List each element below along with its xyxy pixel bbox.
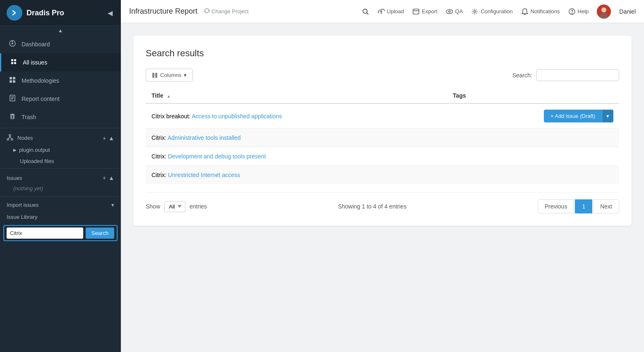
user-avatar[interactable] [597, 5, 611, 19]
add-issue-dropdown-btn[interactable]: ▾ [602, 110, 613, 122]
row-title-cell: Citrix breakout: Access to unpublished a… [146, 103, 447, 129]
sidebar-search-input[interactable] [7, 227, 83, 239]
sidebar: Dradis Pro ◀ ▲ Dashboard All issues Meth… [0, 0, 121, 352]
svg-point-2 [12, 43, 13, 44]
table-row: Citrix: Unrestricted Internet access [146, 166, 619, 184]
svg-point-16 [7, 139, 9, 140]
svg-point-15 [9, 134, 11, 136]
issue-link[interactable]: Administrative tools installed [168, 134, 241, 141]
svg-line-21 [367, 13, 368, 14]
entries-select[interactable]: All 10 25 50 [164, 201, 185, 212]
issue-link[interactable]: Unrestricted Internet access [168, 172, 240, 178]
all-issues-label: All issues [23, 59, 47, 66]
row-title-cell: Citrix: Unrestricted Internet access [146, 166, 447, 184]
sidebar-item-report-content[interactable]: Report content [0, 90, 121, 108]
content-area: Search results Columns ▾ Search: Title [121, 23, 644, 352]
show-label: Show [146, 203, 160, 210]
import-issues-header[interactable]: Import issues ▾ [0, 199, 121, 211]
plugin-output-label: plugin.output [19, 147, 50, 153]
issues-nothing-yet: (nothing yet) [0, 184, 121, 195]
columns-btn-label: Columns [160, 72, 181, 78]
dashboard-icon [8, 40, 17, 48]
configuration-label: Configuration [481, 8, 512, 14]
nodes-toggle-btn[interactable]: ▲ [108, 135, 114, 141]
sidebar-logo: Dradis Pro [7, 5, 64, 21]
topbar-qa-btn[interactable]: QA [446, 8, 463, 15]
issue-library[interactable]: Issue Library [0, 211, 121, 223]
col-title-header[interactable]: Title ▲ [146, 88, 447, 103]
sidebar-collapse-btn[interactable]: ◀ [106, 7, 114, 19]
search-results-title: Search results [146, 48, 619, 59]
columns-dropdown-icon: ▾ [184, 72, 187, 78]
nodes-add-btn[interactable]: + [103, 135, 106, 141]
sidebar-item-all-issues[interactable]: All issues [0, 53, 121, 72]
methodologies-icon [8, 77, 17, 85]
current-page-btn[interactable]: 1 [575, 199, 592, 213]
sidebar-item-trash[interactable]: Trash [0, 108, 121, 126]
topbar-notifications-btn[interactable]: Notifications [521, 8, 560, 15]
sidebar-item-plugin-output[interactable]: ▶ plugin.output [0, 144, 121, 156]
sidebar-item-dashboard[interactable]: Dashboard [0, 35, 121, 53]
issues-toggle-btn[interactable]: ▲ [108, 175, 114, 181]
results-table: Title ▲ Tags Citrix breakout: Access to … [146, 88, 619, 184]
svg-line-18 [9, 136, 10, 139]
svg-rect-6 [10, 80, 12, 83]
methodologies-label: Methodologies [22, 77, 59, 84]
col-tags-header[interactable]: Tags [447, 88, 619, 103]
uploaded-files-label: Uploaded files [20, 158, 54, 164]
topbar-actions: Upload Export QA Configuration Notificat… [362, 5, 636, 19]
issues-add-btn[interactable]: + [103, 175, 106, 181]
svg-point-32 [600, 13, 608, 19]
report-content-icon [8, 95, 17, 103]
issues-section-label: Issues [7, 175, 22, 181]
change-project-icon [204, 8, 210, 15]
issue-link[interactable]: Development and debug tools present [168, 153, 266, 160]
svg-point-20 [363, 9, 367, 13]
sidebar-search-button[interactable]: Search [86, 227, 114, 239]
user-name: Daniel [619, 8, 636, 15]
all-issues-icon [10, 58, 18, 67]
change-project-btn[interactable]: Change Project [204, 8, 249, 15]
add-issue-btn[interactable]: + Add issue (Draft) [544, 110, 602, 122]
qa-label: QA [455, 8, 463, 14]
issues-section-header: Issues + ▲ [0, 170, 121, 184]
main-area: Infrastructure Report Change Project Upl… [121, 0, 644, 352]
sidebar-scroll-up[interactable]: ▲ [0, 26, 121, 35]
topbar-configuration-btn[interactable]: Configuration [471, 8, 512, 15]
svg-point-17 [11, 139, 13, 140]
dashboard-label: Dashboard [22, 41, 50, 48]
sidebar-header: Dradis Pro ◀ [0, 0, 121, 26]
nodes-section-label: Nodes [17, 135, 33, 141]
pagination-buttons: Previous 1 Next [538, 199, 619, 213]
change-project-label: Change Project [211, 8, 249, 14]
topbar-upload-btn[interactable]: Upload [377, 8, 404, 15]
arrow-icon: ▶ [13, 148, 17, 152]
export-label: Export [422, 8, 437, 14]
help-label: Help [578, 8, 589, 14]
columns-button[interactable]: Columns ▾ [146, 69, 193, 81]
topbar-export-btn[interactable]: Export [412, 8, 437, 15]
search-filter-input[interactable] [536, 69, 619, 81]
row-tags-cell [447, 166, 619, 184]
topbar-search-btn[interactable] [362, 8, 369, 15]
table-toolbar: Columns ▾ Search: [146, 69, 619, 81]
issue-link[interactable]: Access to unpublished applications [192, 113, 282, 120]
row-title-cell: Citrix: Administrative tools installed [146, 129, 447, 147]
row-tags-cell [447, 129, 619, 147]
sidebar-item-uploaded-files[interactable]: Uploaded files [0, 156, 121, 167]
title-prefix: Citrix: [151, 134, 168, 141]
search-results-card: Search results Columns ▾ Search: Title [133, 36, 632, 226]
next-page-btn[interactable]: Next [593, 199, 619, 213]
pagination-area: Show All 10 25 50 entries Showing 1 to 4… [146, 192, 619, 213]
row-tags-cell [447, 147, 619, 166]
show-entries: Show All 10 25 50 entries [146, 201, 207, 212]
svg-rect-12 [11, 115, 14, 119]
sidebar-item-methodologies[interactable]: Methodologies [0, 72, 121, 90]
row-tags-cell: + Add issue (Draft)▾ [447, 103, 619, 129]
logo-icon [7, 5, 22, 21]
upload-label: Upload [387, 8, 404, 14]
nodes-icon [7, 134, 13, 142]
topbar-help-btn[interactable]: Help [568, 8, 589, 15]
previous-page-btn[interactable]: Previous [538, 199, 574, 213]
showing-label: Showing 1 to 4 of 4 entries [338, 203, 407, 210]
